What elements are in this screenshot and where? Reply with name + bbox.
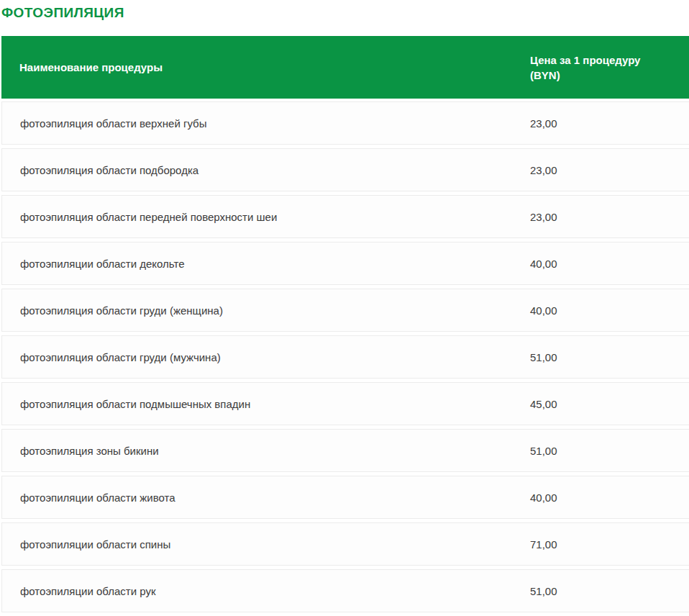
table-body: фотоэпиляция области верхней губы 23,00 … [1,101,689,612]
cell-procedure-name: фотоэпиляция области верхней губы [2,117,530,130]
cell-procedure-name: фотоэпиляции области рук [2,585,530,597]
cell-price: 23,00 [530,211,689,223]
cell-procedure-name: фотоэпиляция области подмышечных впадин [2,398,530,410]
cell-price: 40,00 [530,304,689,317]
column-header-price: Цена за 1 процедуру (BYN) [530,53,689,83]
cell-price: 71,00 [530,538,689,551]
table-header: Наименование процедуры Цена за 1 процеду… [1,36,689,99]
table-row: фотоэпиляции области рук 51,00 [1,569,689,612]
cell-price: 51,00 [530,585,689,597]
cell-price: 45,00 [530,398,689,410]
table-row: фотоэпиляция области груди (женщина) 40,… [1,289,689,332]
cell-procedure-name: фотоэпиляция области подбородка [2,164,530,176]
cell-procedure-name: фотоэпиляция области передней поверхност… [2,211,530,223]
table-row: фотоэпиляции области спины 71,00 [1,522,689,566]
table-row: фотоэпиляция области подбородка 23,00 [1,148,689,191]
table-row: фотоэпиляции области декольте 40,00 [1,242,689,285]
column-header-procedure-name: Наименование процедуры [1,61,530,73]
page-title: ФОТОЭПИЛЯЦИЯ [1,0,689,21]
cell-procedure-name: фотоэпиляции области декольте [2,258,530,270]
price-table: Наименование процедуры Цена за 1 процеду… [1,36,689,612]
table-row: фотоэпиляции области живота 40,00 [1,476,689,519]
cell-price: 40,00 [530,492,689,504]
cell-price: 51,00 [530,445,689,457]
table-row: фотоэпиляция области верхней губы 23,00 [1,101,689,145]
cell-price: 40,00 [530,258,689,270]
page: ФОТОЭПИЛЯЦИЯ Наименование процедуры Цена… [0,0,689,612]
cell-procedure-name: фотоэпиляция области груди (женщина) [2,304,530,317]
table-row: фотоэпиляция зоны бикини 51,00 [1,429,689,472]
cell-procedure-name: фотоэпиляции области живота [2,492,530,504]
table-row: фотоэпиляция области подмышечных впадин … [1,382,689,425]
cell-price: 51,00 [530,351,689,363]
cell-procedure-name: фотоэпиляции области спины [2,538,530,551]
cell-procedure-name: фотоэпиляция области груди (мужчина) [2,351,530,363]
cell-procedure-name: фотоэпиляция зоны бикини [2,445,530,457]
cell-price: 23,00 [530,117,689,130]
cell-price: 23,00 [530,164,689,176]
table-row: фотоэпиляция области груди (мужчина) 51,… [1,335,689,379]
table-row: фотоэпиляция области передней поверхност… [1,195,689,238]
